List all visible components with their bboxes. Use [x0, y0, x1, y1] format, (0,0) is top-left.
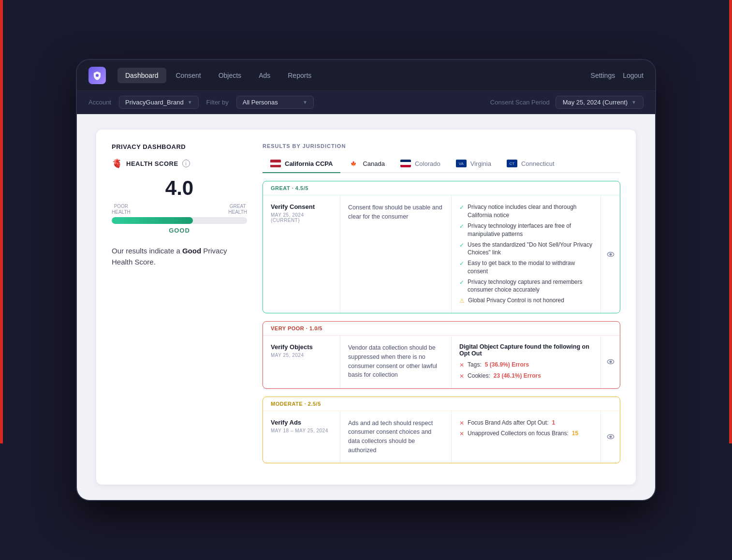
score-bar-track: [112, 217, 247, 224]
left-panel: PRIVACY DASHBOARD 🫀 HEALTH SCORE i 4.0 P…: [112, 143, 247, 471]
nav-settings[interactable]: Settings: [591, 72, 615, 79]
check-icon: ✓: [459, 241, 464, 250]
health-desc-prefix: Our results indicate a: [112, 247, 182, 255]
view-objects-button[interactable]: [600, 336, 620, 388]
section-moderate: MODERATE · 2.5/5 Verify Ads MAY 18 – MAY…: [263, 397, 620, 463]
error-ads-count: 1: [552, 419, 556, 427]
check-icon: ✓: [459, 222, 464, 231]
device-frame: Dashboard Consent Objects Ads Reports Se…: [76, 59, 656, 501]
check-icon: ✓: [459, 204, 464, 212]
tab-connecticut[interactable]: CT Connecticut: [499, 155, 562, 173]
tab-connecticut-label: Connecticut: [521, 160, 555, 167]
error-cookies-count: 23 (46.1%) Errors: [494, 372, 541, 380]
period-value: May 25, 2024 (Current): [563, 99, 628, 106]
nav-consent[interactable]: Consent: [168, 68, 209, 83]
check-text: Privacy notice includes clear and thorou…: [468, 203, 593, 220]
check-text: Privacy technology interfaces are free o…: [468, 222, 593, 238]
view-great-button[interactable]: [600, 195, 620, 313]
svg-point-0: [96, 74, 99, 77]
filter-label: Filter by: [206, 99, 229, 106]
tab-virginia-label: Virginia: [470, 160, 491, 167]
filter-value: All Personas: [243, 99, 278, 106]
error-ads-label: Focus Brand Ads after Opt Out:: [468, 419, 548, 427]
warn-icon: ⚠: [459, 297, 465, 305]
verify-objects-date: MAY 25, 2024: [271, 353, 332, 358]
section-great-col1: Verify Consent MAY 25, 2024 (CURRENT): [263, 195, 340, 313]
error-collectors-label: Unapproved Collectors on focus Brans:: [468, 429, 569, 438]
tab-california-label: California CCPA: [285, 160, 333, 167]
flag-california: [270, 160, 281, 167]
tab-california[interactable]: California CCPA: [263, 155, 340, 173]
health-desc-bold: Good: [182, 247, 201, 255]
check-icon: ✓: [459, 260, 464, 268]
filter-select[interactable]: All Personas ▼: [236, 96, 314, 109]
check-text: Easy to get back to the modal to withdra…: [468, 259, 593, 276]
check-item: ✓ Privacy technology interfaces are free…: [459, 222, 593, 238]
error-item-tags: ✕ Tags: 5 (36.9%) Errors: [459, 361, 593, 369]
account-select[interactable]: PrivacyGuard_Brand ▼: [119, 96, 199, 109]
check-item-warn: ⚠ Global Privacy Control is not honored: [459, 296, 593, 305]
svg-point-2: [610, 253, 612, 255]
section-moderate-col1: Verify Ads MAY 18 – MAY 25, 2024: [263, 411, 340, 463]
filter-chevron-icon: ▼: [303, 100, 307, 105]
section-very-poor-header: VERY POOR · 1.0/5: [263, 322, 620, 336]
health-score-header: 🫀 HEALTH SCORE i: [112, 158, 247, 169]
nav-objects[interactable]: Objects: [211, 68, 249, 83]
health-score-label: HEALTH SCORE: [126, 160, 178, 167]
verify-consent-title: Verify Consent: [271, 203, 332, 210]
verify-ads-date: MAY 18 – MAY 25, 2024: [271, 428, 332, 433]
verify-objects-title: Verify Objects: [271, 343, 332, 351]
tab-canada[interactable]: 🍁 Canada: [340, 155, 393, 173]
section-very-poor-col1: Verify Objects MAY 25, 2024: [263, 336, 340, 388]
cross-icon: ✕: [459, 419, 464, 427]
sub-nav: Account PrivacyGuard_Brand ▼ Filter by A…: [77, 91, 655, 114]
section-great-header: GREAT · 4.5/5: [263, 181, 620, 195]
score-bar-labels: POOR HEALTH GREAT HEALTH: [112, 204, 247, 215]
period-select[interactable]: May 25, 2024 (Current) ▼: [556, 96, 644, 109]
score-bar-container: POOR HEALTH GREAT HEALTH: [112, 204, 247, 224]
score-bar-left-label: POOR HEALTH: [112, 204, 131, 215]
error-cookies-label: Cookies:: [468, 372, 490, 380]
flag-connecticut: CT: [507, 160, 517, 167]
right-panel: RESULTS BY JURISDICTION California CCPA: [263, 143, 620, 471]
sub-nav-right: Consent Scan Period May 25, 2024 (Curren…: [490, 96, 644, 109]
check-icon: ✓: [459, 279, 464, 287]
nav-right: Settings Logout: [591, 72, 644, 79]
flag-canada: 🍁: [348, 160, 359, 167]
score-number: 4.0: [112, 177, 247, 200]
section-moderate-body: Verify Ads MAY 18 – MAY 25, 2024 Ads and…: [263, 411, 620, 463]
jurisdiction-tabs: California CCPA 🍁 Canada: [263, 155, 620, 173]
cross-icon: ✕: [459, 361, 464, 369]
top-nav: Dashboard Consent Objects Ads Reports Se…: [77, 60, 655, 91]
content-wrapper: PRIVACY DASHBOARD 🫀 HEALTH SCORE i 4.0 P…: [96, 130, 636, 484]
period-chevron-icon: ▼: [631, 100, 636, 105]
check-item: ✓ Easy to get back to the modal to withd…: [459, 259, 593, 276]
svg-point-6: [610, 436, 612, 438]
check-text: Uses the standardized "Do Not Sell/Your …: [468, 241, 593, 257]
info-icon[interactable]: i: [182, 160, 190, 167]
section-very-poor-col2: Vendor data collection should be suppres…: [340, 336, 452, 388]
nav-logout[interactable]: Logout: [623, 72, 644, 79]
error-list-ads: ✕ Focus Brand Ads after Opt Out: 1 ✕ Una…: [459, 419, 593, 439]
nav-reports[interactable]: Reports: [280, 68, 319, 83]
score-bar-right-label: GREAT HEALTH: [228, 204, 247, 215]
error-item-collectors: ✕ Unapproved Collectors on focus Brans: …: [459, 429, 593, 438]
nav-dashboard[interactable]: Dashboard: [117, 68, 166, 83]
section-very-poor-body: Verify Objects MAY 25, 2024 Vendor data …: [263, 336, 620, 388]
tab-virginia[interactable]: VA Virginia: [448, 155, 499, 173]
section-very-poor: VERY POOR · 1.0/5 Verify Objects MAY 25,…: [263, 321, 620, 389]
nav-ads[interactable]: Ads: [251, 68, 278, 83]
section-moderate-header: MODERATE · 2.5/5: [263, 397, 620, 411]
flag-colorado: [400, 160, 411, 167]
jurisdiction-title: RESULTS BY JURISDICTION: [263, 143, 620, 149]
score-bar-fill: [112, 217, 193, 224]
nav-items: Dashboard Consent Objects Ads Reports: [117, 68, 591, 83]
tab-colorado[interactable]: Colorado: [393, 155, 448, 173]
view-ads-button[interactable]: [600, 411, 620, 463]
section-very-poor-col3: Digital Object Capture found the followi…: [452, 336, 600, 388]
check-list-great: ✓ Privacy notice includes clear and thor…: [459, 203, 593, 305]
section-great-col2: Consent flow should be usable and clear …: [340, 195, 452, 313]
cross-icon: ✕: [459, 430, 464, 438]
error-tags-label: Tags:: [468, 361, 482, 369]
tab-colorado-label: Colorado: [415, 160, 440, 167]
